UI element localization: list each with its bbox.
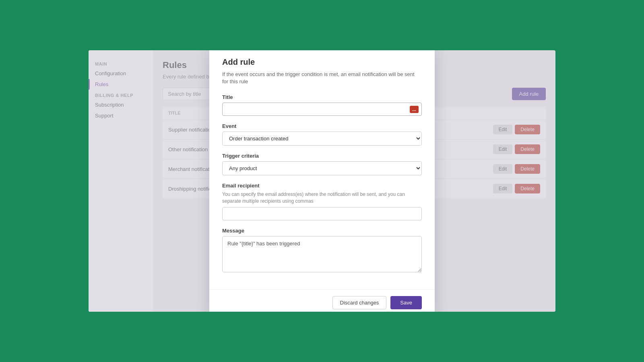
email-form-group: Email recipient You can specify the emai… [222, 183, 422, 220]
add-rule-modal: Add rule If the event occurs and the tri… [209, 50, 435, 312]
save-button[interactable]: Save [390, 296, 422, 309]
message-label: Message [222, 228, 422, 234]
title-label: Title [222, 94, 422, 100]
email-label: Email recipient [222, 183, 422, 189]
trigger-label: Trigger criteria [222, 153, 422, 159]
event-form-group: Event Order transaction created [222, 123, 422, 146]
discard-button[interactable]: Discard changes [332, 296, 387, 309]
title-dots-button[interactable]: ... [410, 106, 419, 113]
modal-footer: Discard changes Save [209, 289, 435, 312]
event-select[interactable]: Order transaction created [222, 132, 422, 146]
trigger-select[interactable]: Any product [222, 161, 422, 175]
title-form-group: Title ... [222, 94, 422, 116]
message-form-group: Message [222, 228, 422, 274]
modal-body: Add rule If the event occurs and the tri… [209, 50, 435, 289]
trigger-form-group: Trigger criteria Any product [222, 153, 422, 175]
modal-description: If the event occurs and the trigger cond… [222, 71, 422, 85]
modal-title: Add rule [222, 58, 422, 67]
title-input[interactable] [222, 103, 422, 116]
email-input[interactable] [222, 207, 422, 220]
event-label: Event [222, 123, 422, 129]
title-input-wrapper: ... [222, 103, 422, 116]
modal-overlay: Add rule If the event occurs and the tri… [89, 50, 555, 312]
message-textarea[interactable] [222, 236, 422, 272]
email-hint: You can specify the email address(es) wh… [222, 191, 422, 205]
